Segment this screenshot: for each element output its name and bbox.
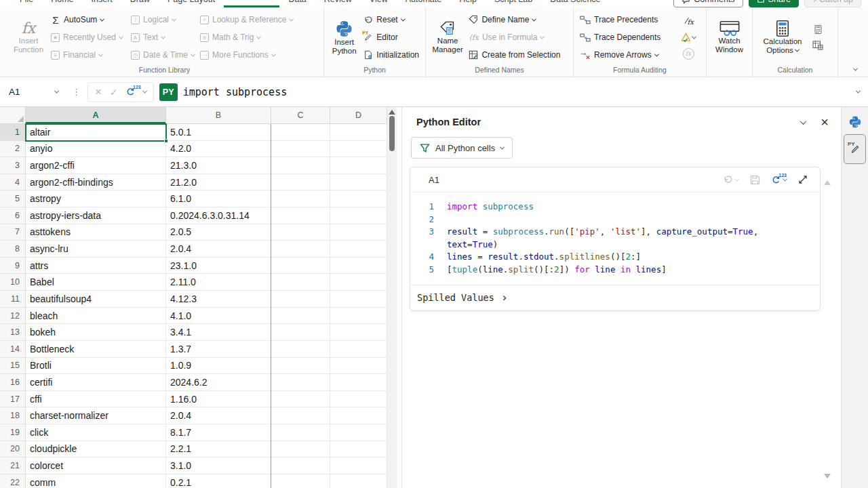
save-icon[interactable]: [750, 175, 760, 185]
tab-home[interactable]: Home: [42, 0, 82, 7]
cell-C9[interactable]: [271, 258, 330, 274]
reset-button[interactable]: Reset: [361, 11, 422, 28]
evaluate-formula-button[interactable]: fx: [683, 47, 694, 60]
cell-B3[interactable]: 21.3.0: [166, 157, 271, 174]
row-header-19[interactable]: 19: [0, 424, 26, 441]
cell-D16[interactable]: [330, 374, 387, 391]
sheet-vertical-scrollbar[interactable]: [387, 107, 397, 488]
tab-insert[interactable]: Insert: [83, 0, 121, 7]
tab-formulas[interactable]: Formulas: [224, 0, 279, 7]
cell-A22[interactable]: comm: [26, 474, 166, 488]
error-checking-button[interactable]: [681, 30, 696, 44]
cell-C6[interactable]: [271, 207, 330, 224]
row-header-8[interactable]: 8: [0, 241, 26, 258]
cell-D10[interactable]: [330, 274, 387, 291]
recently-used-button[interactable]: ★ Recently Used: [48, 28, 128, 46]
column-header-c[interactable]: C: [271, 107, 330, 124]
cell-A16[interactable]: certifi: [26, 374, 166, 391]
cell-C7[interactable]: [271, 224, 330, 241]
cell-A17[interactable]: cffi: [26, 391, 166, 408]
cell-C12[interactable]: [271, 308, 330, 325]
scrollbar-thumb[interactable]: [389, 116, 395, 151]
cell-D11[interactable]: [330, 291, 387, 308]
row-header-5[interactable]: 5: [0, 190, 26, 207]
cell-A12[interactable]: bleach: [26, 308, 166, 325]
cell-B13[interactable]: 3.4.1: [166, 324, 271, 341]
initialization-button[interactable]: Initialization: [361, 46, 422, 64]
define-name-button[interactable]: Define Name: [466, 11, 570, 28]
cell-D12[interactable]: [330, 308, 387, 325]
column-header-b[interactable]: B: [166, 107, 271, 124]
cell-A2[interactable]: anyio: [26, 141, 166, 158]
refresh-123-icon[interactable]: 123: [126, 87, 135, 96]
cell-B17[interactable]: 1.16.0: [166, 391, 271, 408]
row-header-1[interactable]: 1: [0, 124, 26, 141]
row-header-20[interactable]: 20: [0, 441, 26, 458]
python-pane-launcher[interactable]: [842, 115, 868, 129]
cell-C3[interactable]: [271, 157, 330, 174]
insert-python-button[interactable]: Insert Python: [328, 12, 361, 62]
row-header-3[interactable]: 3: [0, 157, 26, 174]
tab-help[interactable]: Help: [450, 0, 486, 7]
cell-C1[interactable]: [271, 124, 330, 141]
spilled-values-toggle[interactable]: Spilled Values ›: [410, 285, 820, 310]
cell-D17[interactable]: [330, 391, 387, 408]
cell-D18[interactable]: [330, 407, 387, 424]
cell-A4[interactable]: argon2-cffi-bindings: [26, 174, 166, 191]
cell-A8[interactable]: async-lru: [26, 241, 166, 258]
row-header-7[interactable]: 7: [0, 224, 26, 241]
tab-automate[interactable]: Automate: [397, 0, 451, 7]
python-cells-filter[interactable]: All Python cells: [411, 137, 513, 159]
cell-C21[interactable]: [271, 458, 330, 474]
editor-button[interactable]: PY Editor: [361, 28, 422, 46]
tab-review[interactable]: Review: [315, 0, 361, 7]
row-header-22[interactable]: 22: [0, 474, 26, 488]
row-header-13[interactable]: 13: [0, 324, 26, 341]
column-header-a[interactable]: A: [26, 107, 166, 124]
cell-A11[interactable]: beautifulsoup4: [26, 291, 166, 308]
cell-A10[interactable]: Babel: [26, 274, 166, 291]
pane-close-icon[interactable]: ×: [821, 117, 829, 127]
tab-view[interactable]: View: [361, 0, 397, 7]
cell-C17[interactable]: [271, 391, 330, 408]
cell-C20[interactable]: [271, 441, 330, 458]
pane-scroll-down-icon[interactable]: [824, 474, 831, 479]
cell-D5[interactable]: [330, 190, 387, 207]
calculate-now-button[interactable]: [814, 22, 823, 36]
cell-C5[interactable]: [271, 190, 330, 207]
tab-page-layout[interactable]: Page Layout: [159, 0, 224, 7]
tab-file[interactable]: File: [11, 0, 42, 7]
row-header-10[interactable]: 10: [0, 274, 26, 291]
cell-B16[interactable]: 2024.6.2: [166, 374, 271, 391]
show-formulas-button[interactable]: fx: [683, 14, 694, 28]
cell-D6[interactable]: [330, 207, 387, 224]
py-output-chevron-icon[interactable]: [142, 89, 147, 94]
output-type-button[interactable]: 123: [772, 176, 787, 184]
cell-A20[interactable]: cloudpickle: [26, 441, 166, 458]
row-header-17[interactable]: 17: [0, 391, 26, 408]
expand-editor-icon[interactable]: [798, 175, 808, 184]
cell-C15[interactable]: [271, 358, 330, 375]
row-header-15[interactable]: 15: [0, 358, 26, 375]
code-editor[interactable]: 1import subprocess2 3result = subprocess…: [410, 192, 820, 285]
cell-A21[interactable]: colorcet: [26, 458, 166, 474]
cell-D7[interactable]: [330, 224, 387, 241]
text-button[interactable]: A Text: [128, 28, 197, 46]
date-time-button[interactable]: ◷ Date & Time: [128, 46, 197, 64]
cell-C11[interactable]: [271, 291, 330, 308]
undo-button[interactable]: [723, 175, 738, 184]
cell-A19[interactable]: click: [26, 424, 166, 441]
cell-D9[interactable]: [330, 258, 387, 274]
row-header-18[interactable]: 18: [0, 407, 26, 424]
cell-D15[interactable]: [330, 358, 387, 375]
catchup-button[interactable]: Catch up: [804, 0, 861, 7]
cell-A7[interactable]: asttokens: [26, 224, 166, 241]
cell-C18[interactable]: [271, 407, 330, 424]
name-manager-button[interactable]: Name Manager: [429, 12, 466, 62]
cell-B21[interactable]: 3.1.0: [166, 458, 271, 474]
cell-D13[interactable]: [330, 324, 387, 341]
cell-C22[interactable]: [271, 474, 330, 488]
row-header-9[interactable]: 9: [0, 258, 26, 274]
enter-icon[interactable]: ✓: [110, 87, 118, 98]
cell-B22[interactable]: 0.2.1: [166, 474, 271, 488]
